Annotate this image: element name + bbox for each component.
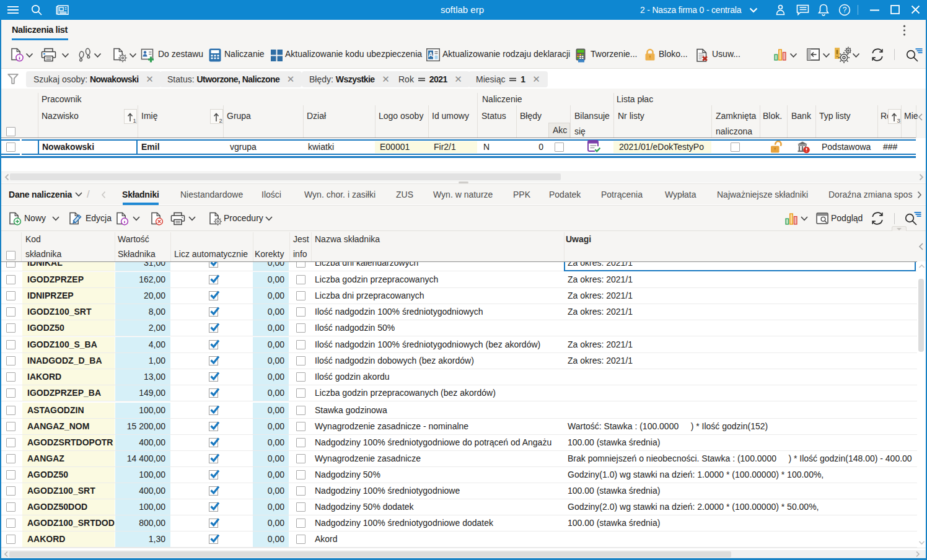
svg-text:1: 1 <box>133 117 136 124</box>
svg-text:2: 2 <box>219 117 222 124</box>
svg-text:?: ? <box>843 6 847 14</box>
svg-text:A: A <box>428 51 433 58</box>
svg-text:3: 3 <box>897 117 900 124</box>
